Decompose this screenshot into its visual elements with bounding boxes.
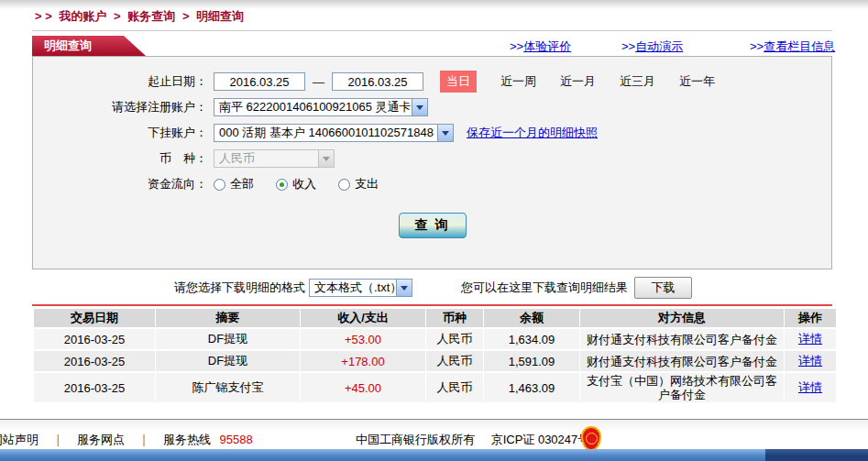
cell-currency: 人民币 [426,351,483,371]
register-account-row: 请选择注册账户： 南平 6222001406100921065 灵通卡 [33,94,831,120]
cell-currency: 人民币 [426,373,483,402]
detail-query-page: > > 我的账户 > 账务查询 > 明细查询 明细查询 >>体验评价 >>自动演… [0,0,868,461]
cell-date: 2016-03-25 [34,373,155,402]
cell-counterparty: 财付通支付科技有限公司客户备付金 [580,329,784,349]
header-action: 操作 [785,309,836,327]
breadcrumb-item-my-account[interactable]: 我的账户 [59,9,106,23]
table-row: 2016-03-25 陈广锦支付宝 +45.00 人民币 1,463.09 支付… [34,373,830,402]
link-prefix: >> [510,39,523,53]
detail-link[interactable]: 详情 [798,331,822,347]
currency-select: 人民币 [214,149,335,168]
icp-number: 京ICP证 030247号 [491,433,590,446]
cell-balance: 1,634.09 [484,329,579,349]
chevron-down-icon[interactable] [412,99,427,115]
cell-balance: 1,591.09 [484,351,579,371]
register-account-value: 南平 6222001406100921065 灵通卡 [214,99,412,115]
radio-income[interactable]: 收入 [276,176,316,192]
currency-value: 人民币 [214,150,318,167]
breadcrumb: > > 我的账户 > 账务查询 > 明细查询 [35,8,247,25]
cell-summary: DF提现 [156,329,300,349]
radio-expense-icon[interactable] [338,179,350,191]
date-range-label: 起止日期： [33,73,207,90]
chevron-down-icon [318,150,334,167]
link-view-column-info[interactable]: >>查看栏目信息 [750,38,835,55]
link-experience-review[interactable]: >>体验评价 [510,38,571,55]
chevron-down-icon[interactable] [437,125,453,141]
sub-account-select[interactable]: 000 活期 基本户 1406600101102571848 [214,124,454,142]
detail-link[interactable]: 详情 [798,379,822,396]
footer: 网站声明 ｜ 服务网点 ｜ 服务热线 95588 中国工商银行版权所有 京ICP… [0,419,868,449]
header-date: 交易日期 [34,309,155,327]
header-amount: 收入/支出 [301,309,425,327]
fund-flow-row: 资金流向： 全部 收入 支出 [33,171,831,197]
cell-date: 2016-03-25 [34,351,155,371]
radio-all[interactable]: 全部 [214,176,254,192]
preset-last-month[interactable]: 近一月 [560,73,596,90]
cell-currency: 人民币 [426,329,483,349]
currency-label: 币 种： [33,150,207,167]
download-format-label: 请您选择下载明细的格式 [174,280,305,296]
preset-last-quarter[interactable]: 近三月 [620,73,655,90]
radio-expense[interactable]: 支出 [338,176,379,192]
cell-amount: +45.00 [301,373,425,402]
breadcrumb-divider [32,30,832,31]
cell-amount: +178.00 [301,351,425,371]
cell-summary: 陈广锦支付宝 [156,373,300,402]
preset-today[interactable]: 当日 [440,71,477,93]
download-format-select[interactable]: 文本格式（.txt） [309,279,412,297]
cell-amount: +53.00 [301,329,425,349]
radio-expense-label: 支出 [355,176,379,192]
header-counterparty: 对方信息 [580,309,784,327]
link-prefix: >> [750,39,764,53]
download-button[interactable]: 下载 [634,277,692,299]
date-separator: — [313,75,324,89]
table-top-rule [32,304,832,306]
fund-flow-label: 资金流向： [33,176,207,192]
tab-detail-query: 明细查询 [32,36,146,56]
breadcrumb-item-account-query[interactable]: 账务查询 [127,9,175,23]
cell-balance: 1,463.09 [484,373,579,402]
radio-income-icon[interactable] [276,179,288,191]
footer-link-service-outlets[interactable]: 服务网点 [77,433,125,446]
radio-income-label: 收入 [292,176,316,192]
footer-separator: ｜ [138,433,150,446]
preset-last-week[interactable]: 近一周 [500,73,536,90]
detail-link[interactable]: 详情 [798,353,822,369]
breadcrumb-item-detail-query[interactable]: 明细查询 [196,9,244,23]
header-balance: 余额 [484,309,579,327]
start-date-input[interactable] [214,72,305,91]
query-button[interactable]: 查 询 [399,213,467,238]
radio-all-label: 全部 [230,176,254,192]
register-account-label: 请选择注册账户： [33,99,207,115]
sub-account-row: 下挂账户： 000 活期 基本户 1406600101102571848 保存近… [33,120,831,146]
register-account-select[interactable]: 南平 6222001406100921065 灵通卡 [214,98,428,116]
link-label[interactable]: 体验评价 [523,39,571,53]
link-auto-demo[interactable]: >>自动演示 [621,38,683,55]
bottom-bar-dark-segment [765,449,868,461]
table-row: 2016-03-25 DF提现 +178.00 人民币 1,591.09 财付通… [34,351,830,371]
sub-account-value: 000 活期 基本户 1406600101102571848 [214,125,437,141]
breadcrumb-separator: > [182,9,190,23]
preset-last-year[interactable]: 近一年 [679,73,715,90]
chevron-down-icon[interactable] [396,280,412,296]
download-hint: 您可以在这里下载查询明细结果 [461,280,628,296]
breadcrumb-prefix: > > [35,9,52,23]
link-prefix: >> [621,39,635,53]
end-date-input[interactable] [332,72,423,91]
header-summary: 摘要 [156,309,300,327]
link-label[interactable]: 查看栏目信息 [764,39,835,53]
footer-link-site-statement[interactable]: 网站声明 [0,433,38,446]
table-row: 2016-03-25 DF提现 +53.00 人民币 1,634.09 财付通支… [34,329,830,349]
cell-counterparty: 财付通支付科技有限公司客户备付金 [580,351,784,371]
download-row: 请您选择下载明细的格式 文本格式（.txt） 您可以在这里下载查询明细结果 下载 [32,277,832,299]
link-label[interactable]: 自动演示 [635,39,683,53]
footer-separator: ｜ [52,433,64,446]
footer-hotline-label: 服务热线 [163,433,211,446]
bottom-bar-light-segment [0,449,765,461]
footer-copyright: 中国工商银行版权所有 京ICP证 030247号 [356,432,602,448]
radio-all-icon[interactable] [214,179,225,191]
save-snapshot-link[interactable]: 保存近一个月的明细快照 [467,125,598,141]
header-currency: 币种 [426,309,483,327]
sub-account-label: 下挂账户： [33,125,207,141]
query-form-panel: 起止日期： — 当日 近一周 近一月 近三月 近一年 请选择注册账户： 南平 6… [32,56,832,269]
